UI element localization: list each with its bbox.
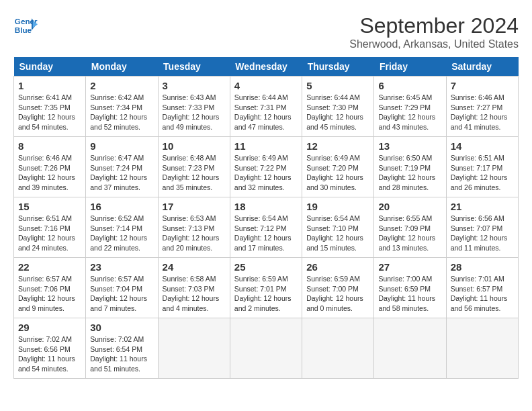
svg-text:Blue: Blue — [15, 26, 32, 34]
day-number: 29 — [18, 322, 81, 333]
day-number: 14 — [451, 140, 514, 152]
calendar-week-row: 29Sunrise: 7:02 AMSunset: 6:56 PMDayligh… — [14, 318, 519, 379]
day-number: 1 — [18, 80, 81, 91]
day-number: 7 — [451, 80, 514, 91]
month-title: September 2024 — [349, 13, 519, 38]
day-info: Sunrise: 6:57 AMSunset: 7:06 PMDaylight:… — [18, 274, 81, 314]
calendar-day: 19Sunrise: 6:54 AMSunset: 7:10 PMDayligh… — [302, 197, 374, 258]
logo-icon: General Blue — [13, 13, 38, 38]
title-area: September 2024 Sherwood, Arkansas, Unite… — [349, 13, 519, 50]
day-info: Sunrise: 6:55 AMSunset: 7:09 PMDaylight:… — [378, 214, 441, 253]
day-number: 26 — [306, 261, 369, 273]
calendar-day: 8Sunrise: 6:46 AMSunset: 7:26 PMDaylight… — [14, 137, 86, 197]
day-number: 6 — [378, 80, 441, 91]
day-number: 4 — [234, 80, 298, 91]
day-number: 28 — [451, 261, 514, 273]
calendar-day: 22Sunrise: 6:57 AMSunset: 7:06 PMDayligh… — [14, 258, 86, 318]
calendar-week-row: 1Sunrise: 6:41 AMSunset: 7:35 PMDaylight… — [14, 77, 519, 137]
page-header: General Blue September 2024 Sherwood, Ar… — [13, 13, 519, 50]
day-number: 3 — [163, 80, 226, 91]
col-header-saturday: Saturday — [446, 57, 518, 77]
day-info: Sunrise: 6:42 AMSunset: 7:34 PMDaylight:… — [90, 93, 153, 132]
calendar-day: 1Sunrise: 6:41 AMSunset: 7:35 PMDaylight… — [14, 77, 86, 137]
calendar-day: 27Sunrise: 7:00 AMSunset: 6:59 PMDayligh… — [374, 258, 446, 318]
day-info: Sunrise: 7:02 AMSunset: 6:54 PMDaylight:… — [90, 334, 153, 374]
calendar-day: 3Sunrise: 6:43 AMSunset: 7:33 PMDaylight… — [158, 77, 230, 137]
day-number: 9 — [90, 140, 153, 152]
calendar-day: 9Sunrise: 6:47 AMSunset: 7:24 PMDaylight… — [86, 137, 158, 197]
day-info: Sunrise: 6:51 AMSunset: 7:17 PMDaylight:… — [451, 153, 514, 193]
day-info: Sunrise: 6:51 AMSunset: 7:16 PMDaylight:… — [18, 214, 81, 253]
day-number: 5 — [306, 80, 369, 91]
day-number: 18 — [234, 201, 298, 212]
calendar-day: 14Sunrise: 6:51 AMSunset: 7:17 PMDayligh… — [446, 137, 518, 197]
calendar-day: 11Sunrise: 6:49 AMSunset: 7:22 PMDayligh… — [230, 137, 302, 197]
day-number: 12 — [306, 140, 369, 152]
day-info: Sunrise: 7:01 AMSunset: 6:57 PMDaylight:… — [451, 274, 514, 314]
day-info: Sunrise: 6:59 AMSunset: 7:01 PMDaylight:… — [234, 274, 298, 314]
calendar-day: 20Sunrise: 6:55 AMSunset: 7:09 PMDayligh… — [374, 197, 446, 258]
calendar-day: 5Sunrise: 6:44 AMSunset: 7:30 PMDaylight… — [302, 77, 374, 137]
day-number: 15 — [18, 201, 81, 212]
col-header-tuesday: Tuesday — [158, 57, 230, 77]
day-number: 24 — [163, 261, 226, 273]
day-info: Sunrise: 6:56 AMSunset: 7:07 PMDaylight:… — [451, 214, 514, 253]
location-title: Sherwood, Arkansas, United States — [349, 38, 519, 50]
calendar-day: 12Sunrise: 6:49 AMSunset: 7:20 PMDayligh… — [302, 137, 374, 197]
day-info: Sunrise: 6:52 AMSunset: 7:14 PMDaylight:… — [90, 214, 153, 253]
day-number: 30 — [90, 322, 153, 333]
day-info: Sunrise: 6:45 AMSunset: 7:29 PMDaylight:… — [378, 93, 441, 132]
day-number: 20 — [378, 201, 441, 212]
col-header-sunday: Sunday — [14, 57, 86, 77]
day-info: Sunrise: 6:44 AMSunset: 7:31 PMDaylight:… — [234, 93, 298, 132]
calendar-day: 6Sunrise: 6:45 AMSunset: 7:29 PMDaylight… — [374, 77, 446, 137]
day-number: 22 — [18, 261, 81, 273]
calendar-day: 23Sunrise: 6:57 AMSunset: 7:04 PMDayligh… — [86, 258, 158, 318]
day-info: Sunrise: 7:00 AMSunset: 6:59 PMDaylight:… — [378, 274, 441, 314]
calendar-day — [158, 318, 230, 379]
day-number: 16 — [90, 201, 153, 212]
day-info: Sunrise: 6:54 AMSunset: 7:10 PMDaylight:… — [306, 214, 369, 253]
calendar-header-row: SundayMondayTuesdayWednesdayThursdayFrid… — [14, 57, 519, 77]
calendar-week-row: 22Sunrise: 6:57 AMSunset: 7:06 PMDayligh… — [14, 258, 519, 318]
calendar-day: 4Sunrise: 6:44 AMSunset: 7:31 PMDaylight… — [230, 77, 302, 137]
calendar-day — [302, 318, 374, 379]
calendar-week-row: 15Sunrise: 6:51 AMSunset: 7:16 PMDayligh… — [14, 197, 519, 258]
day-number: 17 — [163, 201, 226, 212]
calendar-day: 21Sunrise: 6:56 AMSunset: 7:07 PMDayligh… — [446, 197, 518, 258]
day-info: Sunrise: 6:41 AMSunset: 7:35 PMDaylight:… — [18, 93, 81, 132]
day-info: Sunrise: 6:46 AMSunset: 7:27 PMDaylight:… — [451, 93, 514, 132]
calendar-day: 18Sunrise: 6:54 AMSunset: 7:12 PMDayligh… — [230, 197, 302, 258]
day-number: 23 — [90, 261, 153, 273]
day-info: Sunrise: 6:54 AMSunset: 7:12 PMDaylight:… — [234, 214, 298, 253]
calendar-day — [374, 318, 446, 379]
calendar-day: 25Sunrise: 6:59 AMSunset: 7:01 PMDayligh… — [230, 258, 302, 318]
col-header-thursday: Thursday — [302, 57, 374, 77]
day-info: Sunrise: 6:53 AMSunset: 7:13 PMDaylight:… — [163, 214, 226, 253]
day-info: Sunrise: 7:02 AMSunset: 6:56 PMDaylight:… — [18, 334, 81, 374]
day-info: Sunrise: 6:49 AMSunset: 7:22 PMDaylight:… — [234, 153, 298, 193]
calendar-table: SundayMondayTuesdayWednesdayThursdayFrid… — [13, 57, 519, 379]
calendar-day: 13Sunrise: 6:50 AMSunset: 7:19 PMDayligh… — [374, 137, 446, 197]
day-info: Sunrise: 6:50 AMSunset: 7:19 PMDaylight:… — [378, 153, 441, 193]
calendar-day: 26Sunrise: 6:59 AMSunset: 7:00 PMDayligh… — [302, 258, 374, 318]
day-number: 13 — [378, 140, 441, 152]
calendar-day — [230, 318, 302, 379]
day-info: Sunrise: 6:46 AMSunset: 7:26 PMDaylight:… — [18, 153, 81, 193]
calendar-day: 15Sunrise: 6:51 AMSunset: 7:16 PMDayligh… — [14, 197, 86, 258]
calendar-day: 7Sunrise: 6:46 AMSunset: 7:27 PMDaylight… — [446, 77, 518, 137]
day-number: 21 — [451, 201, 514, 212]
day-info: Sunrise: 6:48 AMSunset: 7:23 PMDaylight:… — [163, 153, 226, 193]
day-info: Sunrise: 6:43 AMSunset: 7:33 PMDaylight:… — [163, 93, 226, 132]
calendar-day: 10Sunrise: 6:48 AMSunset: 7:23 PMDayligh… — [158, 137, 230, 197]
calendar-day — [446, 318, 518, 379]
calendar-day: 2Sunrise: 6:42 AMSunset: 7:34 PMDaylight… — [86, 77, 158, 137]
col-header-wednesday: Wednesday — [230, 57, 302, 77]
calendar-day: 24Sunrise: 6:58 AMSunset: 7:03 PMDayligh… — [158, 258, 230, 318]
day-info: Sunrise: 6:57 AMSunset: 7:04 PMDaylight:… — [90, 274, 153, 314]
day-info: Sunrise: 6:47 AMSunset: 7:24 PMDaylight:… — [90, 153, 153, 193]
calendar-day: 30Sunrise: 7:02 AMSunset: 6:54 PMDayligh… — [86, 318, 158, 379]
calendar-day: 17Sunrise: 6:53 AMSunset: 7:13 PMDayligh… — [158, 197, 230, 258]
day-number: 10 — [163, 140, 226, 152]
day-number: 25 — [234, 261, 298, 273]
